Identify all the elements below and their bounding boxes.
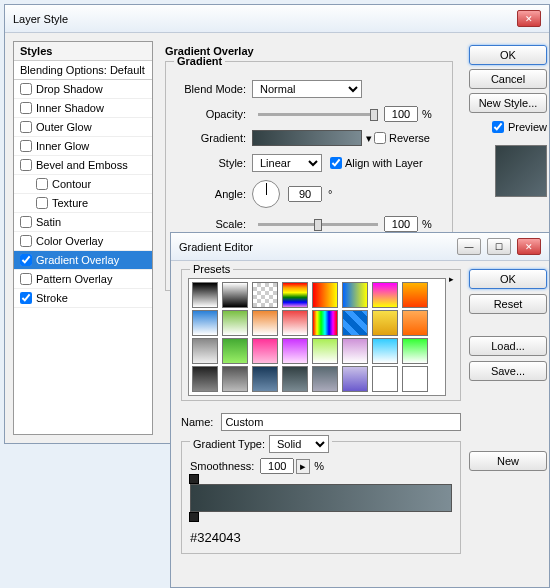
style-item[interactable]: Inner Shadow	[14, 99, 152, 118]
gradient-type-select[interactable]: Solid	[269, 435, 329, 453]
maximize-icon[interactable]: ☐	[487, 238, 511, 255]
style-checkbox[interactable]	[20, 254, 32, 266]
style-checkbox[interactable]	[36, 197, 48, 209]
preset-swatch[interactable]	[402, 338, 428, 364]
preset-swatch[interactable]	[222, 282, 248, 308]
preset-swatch[interactable]	[252, 282, 278, 308]
scale-input[interactable]	[384, 216, 418, 232]
preset-swatch[interactable]	[192, 310, 218, 336]
style-item[interactable]: Color Overlay	[14, 232, 152, 251]
angle-input[interactable]	[288, 186, 322, 202]
align-checkbox[interactable]	[330, 157, 342, 169]
style-item[interactable]: Satin	[14, 213, 152, 232]
preset-swatch[interactable]	[252, 366, 278, 392]
style-item[interactable]: Outer Glow	[14, 118, 152, 137]
opacity-slider[interactable]	[258, 113, 378, 116]
preset-swatch[interactable]	[372, 366, 398, 392]
new-button[interactable]: New	[469, 451, 547, 471]
style-checkbox[interactable]	[20, 292, 32, 304]
preset-swatch[interactable]	[342, 310, 368, 336]
preset-swatch[interactable]	[252, 338, 278, 364]
style-checkbox[interactable]	[20, 83, 32, 95]
style-checkbox[interactable]	[20, 216, 32, 228]
preset-swatch[interactable]	[312, 338, 338, 364]
preset-swatch[interactable]	[312, 282, 338, 308]
angle-label: Angle:	[174, 188, 252, 200]
reverse-checkbox[interactable]	[374, 132, 386, 144]
preset-swatch[interactable]	[282, 338, 308, 364]
preset-swatch[interactable]	[402, 366, 428, 392]
preset-swatch[interactable]	[342, 282, 368, 308]
minimize-icon[interactable]: —	[457, 238, 481, 255]
style-item[interactable]: Drop Shadow	[14, 80, 152, 99]
preset-swatch[interactable]	[312, 366, 338, 392]
style-label: Drop Shadow	[36, 83, 103, 95]
angle-dial[interactable]	[252, 180, 280, 208]
styles-header[interactable]: Styles	[14, 42, 152, 61]
titlebar[interactable]: Gradient Editor — ☐ ✕	[171, 233, 549, 261]
save-button[interactable]: Save...	[469, 361, 547, 381]
preset-swatch[interactable]	[282, 310, 308, 336]
opacity-stop[interactable]	[189, 474, 199, 484]
name-input[interactable]	[221, 413, 461, 431]
gradient-preview[interactable]	[252, 130, 362, 146]
preset-swatch[interactable]	[402, 282, 428, 308]
preset-swatch[interactable]	[192, 366, 218, 392]
preset-swatch[interactable]	[192, 282, 218, 308]
style-item[interactable]: Stroke	[14, 289, 152, 308]
color-stop[interactable]	[189, 512, 199, 522]
preset-swatch[interactable]	[342, 366, 368, 392]
style-item[interactable]: Texture	[14, 194, 152, 213]
style-item[interactable]: Pattern Overlay	[14, 270, 152, 289]
new-style-button[interactable]: New Style...	[469, 93, 547, 113]
style-checkbox[interactable]	[20, 235, 32, 247]
opacity-label: Opacity:	[174, 108, 252, 120]
style-label: Pattern Overlay	[36, 273, 112, 285]
style-select[interactable]: Linear	[252, 154, 322, 172]
load-button[interactable]: Load...	[469, 336, 547, 356]
style-checkbox[interactable]	[20, 102, 32, 114]
presets-menu-icon[interactable]: ▸	[449, 274, 454, 284]
smoothness-input[interactable]	[260, 458, 294, 474]
preset-swatch[interactable]	[312, 310, 338, 336]
style-item[interactable]: Gradient Overlay	[14, 251, 152, 270]
preset-swatch[interactable]	[372, 310, 398, 336]
preset-swatch[interactable]	[252, 310, 278, 336]
gradient-bar[interactable]	[190, 484, 452, 512]
style-item[interactable]: Inner Glow	[14, 137, 152, 156]
preset-swatch[interactable]	[282, 282, 308, 308]
preset-swatch[interactable]	[222, 366, 248, 392]
blend-mode-label: Blend Mode:	[174, 83, 252, 95]
close-icon[interactable]: ✕	[517, 238, 541, 255]
preview-checkbox[interactable]	[492, 121, 504, 133]
close-icon[interactable]: ✕	[517, 10, 541, 27]
scale-slider[interactable]	[258, 223, 378, 226]
style-checkbox[interactable]	[20, 159, 32, 171]
cancel-button[interactable]: Cancel	[469, 69, 547, 89]
ok-button[interactable]: OK	[469, 269, 547, 289]
chevron-right-icon[interactable]: ▸	[296, 459, 310, 474]
style-checkbox[interactable]	[20, 121, 32, 133]
hex-value: #324043	[190, 530, 452, 545]
preset-swatch[interactable]	[372, 282, 398, 308]
style-item[interactable]: Bevel and Emboss	[14, 156, 152, 175]
preset-swatch[interactable]	[222, 310, 248, 336]
blending-options[interactable]: Blending Options: Default	[14, 61, 152, 80]
scale-label: Scale:	[174, 218, 252, 230]
reset-button[interactable]: Reset	[469, 294, 547, 314]
preset-swatch[interactable]	[342, 338, 368, 364]
preset-swatch[interactable]	[372, 338, 398, 364]
chevron-down-icon[interactable]: ▾	[366, 132, 372, 145]
style-checkbox[interactable]	[20, 273, 32, 285]
ok-button[interactable]: OK	[469, 45, 547, 65]
titlebar[interactable]: Layer Style ✕	[5, 5, 549, 33]
blend-mode-select[interactable]: Normal	[252, 80, 362, 98]
style-checkbox[interactable]	[36, 178, 48, 190]
opacity-input[interactable]	[384, 106, 418, 122]
style-checkbox[interactable]	[20, 140, 32, 152]
preset-swatch[interactable]	[282, 366, 308, 392]
preset-swatch[interactable]	[192, 338, 218, 364]
preset-swatch[interactable]	[402, 310, 428, 336]
style-item[interactable]: Contour	[14, 175, 152, 194]
preset-swatch[interactable]	[222, 338, 248, 364]
